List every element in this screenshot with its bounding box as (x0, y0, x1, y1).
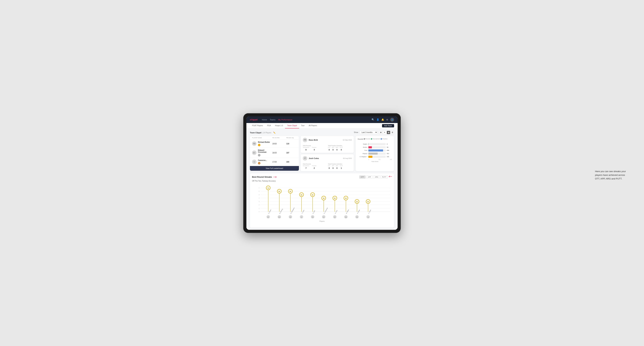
svg-text:EE: EE (267, 216, 269, 218)
nav-home[interactable]: Home (262, 118, 267, 121)
bar-fill (368, 146, 372, 148)
stat-tournament: Tournament 7 (303, 165, 309, 170)
bar-label: Eagles (358, 143, 367, 145)
bar-label: Birdies (358, 147, 367, 148)
svg-text:6x: 6x (290, 191, 291, 192)
table-view-button[interactable]: ☰ (390, 131, 394, 134)
svg-text:7: 7 (259, 187, 260, 188)
bell-icon[interactable]: 🔔 (381, 118, 384, 121)
card-date: 26 Aug 2023 (343, 158, 352, 159)
bar-fill (368, 156, 372, 158)
lollipop-chart-svg: Best Streak, Fairway Accuracy 7 6 5 (252, 184, 392, 219)
bar-label: Bogeys (358, 153, 367, 154)
player-name: Cameron... (258, 159, 267, 161)
practice-legend-dot (380, 138, 382, 140)
bar-row-eagles: Eagles 3 (358, 143, 392, 145)
subnav: PGAT Players PGA Hcaps 1-5 Team Clippd T… (246, 123, 398, 129)
bar-chart-panel: Rounds Rounds Tournament Practice (356, 136, 394, 171)
bar-label: D. Bogeys + (358, 156, 367, 158)
add-team-button[interactable]: Add Team (382, 124, 394, 127)
table-row[interactable]: EC Edward Crossman 2 18/20 107 (250, 148, 299, 158)
table-row[interactable]: C Cameron... 3 17/20 103 (250, 158, 299, 166)
card-view-button[interactable]: ▦ (387, 131, 390, 134)
tab-tour[interactable]: Tour (299, 123, 306, 128)
subnav-tabs: PGAT Players PGA Hcaps 1-5 Team Clippd T… (250, 123, 319, 128)
svg-text:4x: 4x (323, 197, 324, 199)
card-stats: Total Rounds Tournament 8 Practice 4 (303, 144, 352, 151)
navbar-links: Home Teams My Performance (262, 118, 372, 121)
navbar: clippd Home Teams My Performance 🔍 👤 🔔 ⊕… (246, 116, 398, 123)
tournament-legend-dot (371, 138, 372, 140)
practice-activities-label: Total Practice Activities (328, 163, 342, 165)
player-info: RB Richard Butler 1 (252, 141, 272, 147)
filter-putt[interactable]: PUTT (380, 175, 388, 178)
tab-pgat-players[interactable]: PGAT Players (250, 123, 265, 128)
svg-text:4x: 4x (334, 197, 336, 199)
player-info: EC Edward Crossman 2 (252, 149, 272, 156)
table-row[interactable]: RB Richard Butler 1 19/20 110 (250, 140, 299, 148)
tab-all-players[interactable]: All Players (306, 123, 319, 128)
axis-200: 200 (378, 159, 380, 160)
streaks-filter: OTT APP ARG PUTT (359, 175, 392, 178)
col-player-name: PLAYER NAME (252, 137, 272, 139)
main-content: Team Clippd | 14 Players ✏️ Show Last 3 … (246, 129, 398, 230)
navbar-actions: 🔍 👤 🔔 ⊕ 👤 (372, 118, 394, 122)
card-date: 02 Sep 2023 (343, 139, 352, 141)
tablet-screen: clippd Home Teams My Performance 🔍 👤 🔔 ⊕… (246, 116, 398, 230)
svg-text:6: 6 (259, 190, 260, 192)
team-title: Team Clippd | 14 Players ✏️ (250, 131, 276, 134)
card-stats: Total Rounds Tournament 7 Practice 2 (303, 162, 352, 170)
bar-row-birdies: Birdies 96 (358, 146, 392, 148)
leaderboard-header: PLAYER NAME PB SCORE PB AVG SQ (250, 136, 299, 140)
svg-text:EC: EC (323, 216, 324, 218)
filter-ott[interactable]: OTT (359, 175, 366, 178)
svg-text:CQ: CQ (367, 216, 369, 218)
rank-badge: 1 (258, 144, 260, 146)
search-icon[interactable]: 🔍 (372, 118, 374, 121)
axis-0: 0 (368, 159, 369, 160)
svg-text:R. Britt: R. Britt (312, 210, 315, 214)
rank-badge: 2 (258, 154, 260, 156)
axis-400: 400 (390, 159, 392, 160)
lollipop-chart-wrapper: Best Streak, Fairway Accuracy 7 6 5 (252, 184, 392, 226)
tab-team-clippd[interactable]: Team Clippd (285, 123, 299, 128)
avatar[interactable]: 👤 (390, 118, 394, 122)
nav-my-performance[interactable]: My Performance (278, 118, 292, 121)
bar-value: 131 (387, 156, 392, 158)
nav-teams[interactable]: Teams (270, 118, 276, 121)
tab-hcaps[interactable]: Hcaps 1-5 (273, 123, 285, 128)
filter-arg[interactable]: ARG (373, 175, 380, 178)
filter-app[interactable]: APP (366, 175, 372, 178)
view-leaderboard-button[interactable]: View Full Leaderboard (250, 166, 299, 171)
bar-row-pars: Pars 499 (358, 149, 392, 152)
list-view-button[interactable]: ≡ (383, 131, 386, 134)
period-select[interactable]: Last 3 months Last 6 months Last 12 mont… (360, 131, 378, 134)
svg-text:5x: 5x (301, 194, 302, 195)
tab-pga[interactable]: PGA (265, 123, 273, 128)
team-header: Team Clippd | 14 Players ✏️ Show Last 3 … (250, 131, 394, 134)
total-rounds-label: Total Rounds (303, 163, 311, 165)
streaks-subtitle: Off The Tee, Fairway Accuracy (252, 180, 392, 182)
settings-icon[interactable]: ⊕ (386, 118, 388, 121)
player-name: Richard Butler (258, 141, 270, 143)
pb-score: 18/20 (272, 152, 286, 154)
svg-text:3: 3 (259, 201, 260, 202)
arrow-annotation (273, 176, 277, 178)
stat-practice: Practice 2 (312, 165, 316, 170)
bar-track (368, 143, 386, 145)
svg-text:6x: 6x (278, 191, 280, 192)
user-icon[interactable]: 👤 (376, 118, 379, 121)
bar-track (368, 149, 386, 152)
edit-icon[interactable]: ✏️ (273, 132, 276, 134)
pb-score: 19/20 (272, 143, 286, 145)
player-card: JC Josh Coles 26 Aug 2023 Total Rounds T… (301, 154, 354, 171)
avatar: EC (252, 151, 256, 155)
grid-view-button[interactable]: ⊞ (379, 131, 382, 134)
stat-arg: ARG 0 (336, 147, 338, 151)
stat-tournament: Tournament 8 (303, 147, 309, 151)
bar-track (368, 153, 386, 155)
svg-text:R. Butler: R. Butler (357, 209, 360, 214)
svg-text:MM: MM (345, 216, 347, 218)
svg-text:JC: JC (301, 216, 302, 218)
bar-fill (368, 153, 378, 155)
